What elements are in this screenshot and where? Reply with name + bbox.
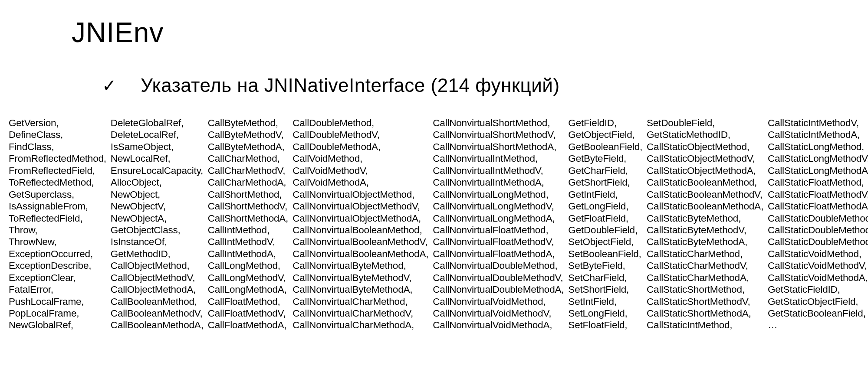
- function-name: ExceptionOccurred,: [9, 248, 106, 260]
- function-name: CallStaticIntMethod,: [647, 319, 763, 331]
- function-name: FatalError,: [9, 284, 106, 295]
- function-name: EnsureLocalCapacity,: [111, 165, 204, 176]
- function-name: CallStaticDoubleMethodA,: [768, 236, 868, 248]
- function-name: CallIntMethod,: [208, 224, 288, 236]
- function-name: DeleteGlobalRef,: [111, 117, 204, 129]
- function-name: FindClass,: [9, 141, 106, 153]
- function-name: CallNonvirtualShortMethodV,: [433, 129, 564, 140]
- function-name: CallNonvirtualVoidMethod,: [433, 296, 564, 307]
- function-name: CallStaticShortMethodV,: [647, 296, 763, 307]
- function-name: CallNonvirtualLongMethodA,: [433, 212, 564, 224]
- function-name: CallBooleanMethodA,: [111, 319, 204, 331]
- function-name: IsAssignableFrom,: [9, 200, 106, 212]
- function-name: CallLongMethodV,: [208, 272, 288, 284]
- function-name: CallStaticLongMethodA,: [768, 165, 868, 176]
- function-name: CallFloatMethod,: [208, 296, 288, 307]
- function-name: …: [768, 319, 868, 331]
- function-column: DeleteGlobalRef,DeleteLocalRef,IsSameObj…: [111, 117, 204, 331]
- function-name: CallNonvirtualFloatMethodV,: [433, 236, 564, 248]
- function-name: NewLocalRef,: [111, 153, 204, 164]
- function-name: DefineClass,: [9, 129, 106, 140]
- function-name: CallNonvirtualFloatMethod,: [433, 224, 564, 236]
- function-name: CallNonvirtualObjectMethod,: [293, 189, 428, 200]
- function-name: CallStaticLongMethodV,: [768, 153, 868, 164]
- function-name: CallIntMethodV,: [208, 236, 288, 248]
- function-name: CallStaticDoubleMethodV,: [768, 224, 868, 236]
- function-name: IsSameObject,: [111, 141, 204, 153]
- function-name: GetStaticObjectField,: [768, 296, 868, 307]
- function-name: PushLocalFrame,: [9, 296, 106, 307]
- function-name: IsInstanceOf,: [111, 236, 204, 248]
- function-column: GetVersion,DefineClass,FindClass,FromRef…: [9, 117, 106, 331]
- function-name: CallStaticObjectMethodV,: [647, 153, 763, 164]
- function-name: GetLongField,: [568, 200, 642, 212]
- function-name: ToReflectedField,: [9, 212, 106, 224]
- function-name: CallByteMethodV,: [208, 129, 288, 140]
- function-name: GetCharField,: [568, 165, 642, 176]
- function-name: NewObjectA,: [111, 212, 204, 224]
- function-name: DeleteLocalRef,: [111, 129, 204, 140]
- function-name: NewObjectV,: [111, 200, 204, 212]
- function-name: ThrowNew,: [9, 236, 106, 248]
- function-name: CallStaticCharMethodA,: [647, 272, 763, 284]
- function-name: ExceptionClear,: [9, 272, 106, 284]
- function-name: PopLocalFrame,: [9, 307, 106, 319]
- function-name: CallStaticDoubleMethod,: [768, 212, 868, 224]
- function-name: CallNonvirtualFloatMethodA,: [433, 248, 564, 260]
- function-name: FromReflectedMethod,: [9, 153, 106, 164]
- function-column: SetDoubleField,GetStaticMethodID,CallSta…: [647, 117, 763, 331]
- function-name: GetObjectField,: [568, 129, 642, 140]
- function-name: GetByteField,: [568, 153, 642, 164]
- function-name: CallBooleanMethodV,: [111, 307, 204, 319]
- slide-title: JNIEnv: [72, 16, 859, 49]
- function-name: CallNonvirtualByteMethodV,: [293, 272, 428, 284]
- function-name: NewGlobalRef,: [9, 319, 106, 331]
- function-name: NewObject,: [111, 189, 204, 200]
- function-name: CallNonvirtualShortMethodA,: [433, 141, 564, 153]
- function-name: GetFieldID,: [568, 117, 642, 129]
- function-name: CallStaticByteMethodA,: [647, 236, 763, 248]
- function-name: CallShortMethodA,: [208, 212, 288, 224]
- subtitle-text: Указатель на JNINativeInterface (214 фун…: [141, 75, 560, 96]
- function-name: CallDoubleMethod,: [293, 117, 428, 129]
- function-name: SetCharField,: [568, 272, 642, 284]
- function-name: CallStaticIntMethodA,: [768, 129, 868, 140]
- function-name: CallNonvirtualByteMethod,: [293, 260, 428, 271]
- function-name: CallNonvirtualIntMethodV,: [433, 165, 564, 176]
- function-name: SetIntField,: [568, 296, 642, 307]
- function-name: CallVoidMethod,: [293, 153, 428, 164]
- function-name: FromReflectedField,: [9, 165, 106, 176]
- function-name: SetBooleanField,: [568, 248, 642, 260]
- subtitle-row: ✓ Указатель на JNINativeInterface (214 ф…: [102, 75, 859, 96]
- function-name: CallStaticIntMethodV,: [768, 117, 868, 129]
- function-name: CallFloatMethodA,: [208, 319, 288, 331]
- function-name: CallNonvirtualIntMethodA,: [433, 176, 564, 188]
- function-column: CallNonvirtualShortMethod,CallNonvirtual…: [433, 117, 564, 331]
- function-name: CallStaticObjectMethodA,: [647, 165, 763, 176]
- function-name: CallNonvirtualShortMethod,: [433, 117, 564, 129]
- function-name: CallCharMethodA,: [208, 176, 288, 188]
- function-name: CallDoubleMethodV,: [293, 129, 428, 140]
- function-name: CallStaticVoidMethodV,: [768, 260, 868, 271]
- function-name: CallStaticFloatMethodV,: [768, 189, 868, 200]
- function-name: GetStaticFieldID,: [768, 284, 868, 295]
- function-name: CallNonvirtualCharMethodA,: [293, 319, 428, 331]
- function-name: CallCharMethodV,: [208, 165, 288, 176]
- function-name: GetObjectClass,: [111, 224, 204, 236]
- function-name: CallStaticBooleanMethodV,: [647, 189, 763, 200]
- function-name: CallNonvirtualLongMethod,: [433, 189, 564, 200]
- function-name: CallNonvirtualBooleanMethodV,: [293, 236, 428, 248]
- function-name: AllocObject,: [111, 176, 204, 188]
- function-name: GetMethodID,: [111, 248, 204, 260]
- function-name: GetStaticBooleanField,: [768, 307, 868, 319]
- function-name: GetVersion,: [9, 117, 106, 129]
- function-name: CallIntMethodA,: [208, 248, 288, 260]
- function-name: CallStaticShortMethod,: [647, 284, 763, 295]
- function-name: SetShortField,: [568, 284, 642, 295]
- function-name: SetDoubleField,: [647, 117, 763, 129]
- function-name: CallStaticObjectMethod,: [647, 141, 763, 153]
- function-name: CallNonvirtualDoubleMethodV,: [433, 272, 564, 284]
- function-name: CallNonvirtualBooleanMethodA,: [293, 248, 428, 260]
- function-name: CallObjectMethodA,: [111, 284, 204, 295]
- check-icon: ✓: [102, 75, 117, 95]
